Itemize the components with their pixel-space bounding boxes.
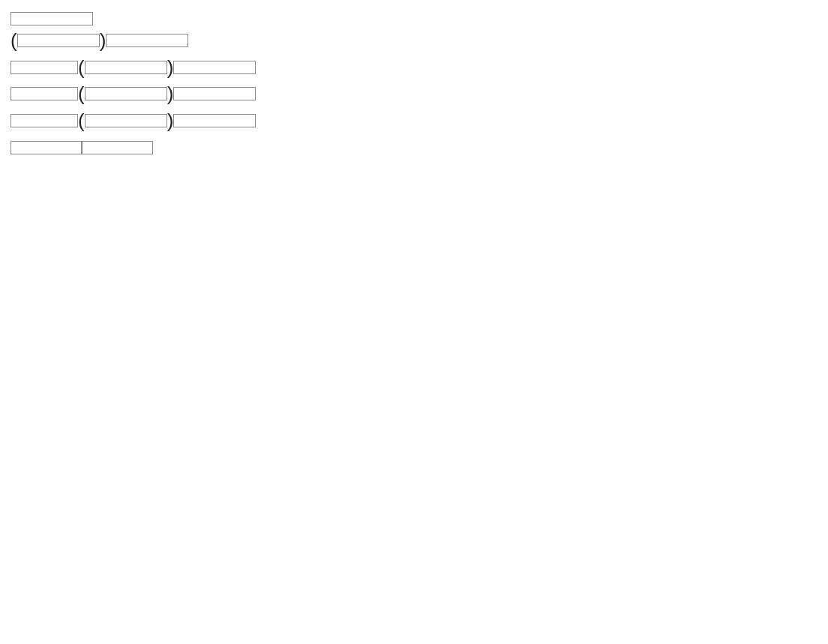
conclusion-inputs bbox=[10, 139, 818, 154]
open-paren-icon: ( bbox=[10, 37, 17, 44]
input-r3[interactable] bbox=[173, 61, 256, 74]
open-paren-icon: ( bbox=[78, 90, 85, 97]
input-r1[interactable] bbox=[10, 12, 93, 25]
step-3-then: () bbox=[10, 59, 818, 76]
input-step4-b[interactable] bbox=[85, 87, 167, 100]
close-paren-icon: ) bbox=[100, 37, 106, 44]
close-paren-icon: ) bbox=[167, 90, 174, 97]
input-step5-a[interactable] bbox=[10, 114, 78, 127]
input-r2[interactable] bbox=[106, 34, 188, 47]
input-step4-a[interactable] bbox=[10, 87, 78, 100]
input-step3-b[interactable] bbox=[85, 61, 167, 74]
step-1-then bbox=[10, 10, 818, 27]
open-paren-icon: ( bbox=[78, 117, 85, 124]
step-2-then: () bbox=[10, 33, 818, 49]
close-paren-icon: ) bbox=[167, 117, 174, 124]
input-step5-b[interactable] bbox=[85, 114, 167, 127]
step-4-then: () bbox=[10, 86, 818, 103]
step-5-then: () bbox=[10, 112, 818, 129]
input-r5[interactable] bbox=[173, 114, 256, 127]
input-step2-a[interactable] bbox=[17, 34, 100, 47]
close-paren-icon: ) bbox=[167, 64, 174, 71]
open-paren-icon: ( bbox=[78, 64, 85, 71]
input-t[interactable] bbox=[82, 141, 153, 154]
input-step3-a[interactable] bbox=[10, 61, 78, 74]
input-s[interactable] bbox=[10, 141, 82, 154]
input-r4[interactable] bbox=[173, 87, 256, 100]
